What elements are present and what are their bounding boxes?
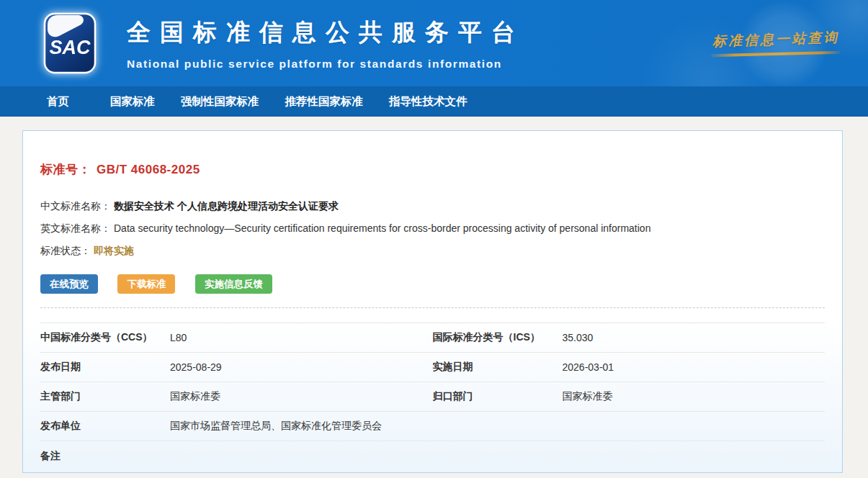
site-header: SAC 全国标准信息公共服务平台 National public service… bbox=[0, 0, 868, 86]
table-row-dates: 发布日期 2025-08-29 实施日期 2026-03-01 bbox=[40, 353, 825, 382]
dashed-divider bbox=[40, 307, 825, 308]
standard-name-fields: 中文标准名称：数据安全技术 个人信息跨境处理活动安全认证要求 英文标准名称：Da… bbox=[40, 199, 825, 258]
site-title-block: 全国标准信息公共服务平台 National public service pla… bbox=[127, 17, 524, 71]
implement-date-label: 实施日期 bbox=[433, 361, 563, 374]
ccs-cell: 中国标准分类号（CCS） L80 bbox=[40, 331, 433, 344]
table-row-classification: 中国标准分类号（CCS） L80 国际标准分类号（ICS） 35.030 bbox=[40, 323, 825, 353]
implement-date-value: 2026-03-01 bbox=[563, 361, 614, 373]
download-standard-button[interactable]: 下载标准 bbox=[117, 274, 175, 294]
status-row: 标准状态：即将实施 bbox=[40, 244, 825, 258]
english-name-label: 英文标准名称： bbox=[40, 222, 111, 234]
ccs-label: 中国标准分类号（CCS） bbox=[40, 331, 170, 344]
english-name-row: 英文标准名称：Data security technology—Security… bbox=[40, 222, 825, 235]
status-label: 标准状态： bbox=[40, 245, 91, 256]
competent-dept-label: 主管部门 bbox=[40, 390, 170, 403]
standard-number-value: GB/T 46068-2025 bbox=[97, 163, 200, 176]
competent-dept-cell: 主管部门 国家标准委 bbox=[40, 390, 433, 403]
table-row-departments: 主管部门 国家标准委 归口部门 国家标准委 bbox=[40, 382, 825, 412]
publisher-value: 国家市场监督管理总局、国家标准化管理委员会 bbox=[170, 420, 382, 433]
header-slogan: 标准信息一站查询 bbox=[711, 30, 841, 55]
main-nav: 首页 国家标准 强制性国家标准 推荐性国家标准 指导性技术文件 bbox=[0, 86, 868, 117]
ics-cell: 国际标准分类号（ICS） 35.030 bbox=[433, 331, 826, 344]
action-buttons: 在线预览 下载标准 实施信息反馈 bbox=[40, 274, 825, 294]
nav-item-national-standards[interactable]: 国家标准 bbox=[110, 94, 155, 109]
competent-dept-value: 国家标准委 bbox=[170, 390, 220, 403]
status-badge: 即将实施 bbox=[94, 245, 134, 256]
implementation-feedback-button[interactable]: 实施信息反馈 bbox=[195, 274, 272, 294]
site-title: 全国标准信息公共服务平台 bbox=[127, 17, 524, 49]
sac-logo-icon: SAC bbox=[43, 12, 97, 74]
nav-item-recommended-national-standards[interactable]: 推荐性国家标准 bbox=[285, 94, 364, 109]
nav-item-guiding-technical-documents[interactable]: 指导性技术文件 bbox=[389, 94, 467, 109]
standard-number-line: 标准号：GB/T 46068-2025 bbox=[40, 161, 825, 178]
implement-date-cell: 实施日期 2026-03-01 bbox=[433, 361, 826, 374]
publish-date-cell: 发布日期 2025-08-29 bbox=[40, 361, 433, 374]
table-row-remarks: 备注 bbox=[40, 441, 825, 471]
main-content: 标准号：GB/T 46068-2025 中文标准名称：数据安全技术 个人信息跨境… bbox=[0, 117, 868, 473]
ics-value: 35.030 bbox=[563, 332, 594, 343]
chinese-name-label: 中文标准名称： bbox=[40, 200, 111, 212]
standard-detail-card: 标准号：GB/T 46068-2025 中文标准名称：数据安全技术 个人信息跨境… bbox=[22, 130, 843, 473]
remarks-cell: 备注 bbox=[40, 450, 825, 463]
table-row-publisher: 发布单位 国家市场监督管理总局、国家标准化管理委员会 bbox=[40, 412, 825, 441]
centralized-dept-value: 国家标准委 bbox=[563, 390, 613, 403]
site-subtitle: National public service platform for sta… bbox=[127, 58, 524, 71]
chinese-name-row: 中文标准名称：数据安全技术 个人信息跨境处理活动安全认证要求 bbox=[40, 199, 825, 213]
ics-label: 国际标准分类号（ICS） bbox=[433, 331, 563, 344]
publisher-cell: 发布单位 国家市场监督管理总局、国家标准化管理委员会 bbox=[40, 420, 825, 433]
publisher-label: 发布单位 bbox=[40, 420, 170, 433]
chinese-name-value: 数据安全技术 个人信息跨境处理活动安全认证要求 bbox=[114, 200, 339, 212]
ccs-value: L80 bbox=[170, 332, 187, 343]
standard-info-table: 中国标准分类号（CCS） L80 国际标准分类号（ICS） 35.030 发布日… bbox=[40, 323, 825, 471]
standard-number-label: 标准号： bbox=[40, 163, 91, 176]
centralized-dept-cell: 归口部门 国家标准委 bbox=[433, 390, 826, 403]
publish-date-label: 发布日期 bbox=[40, 361, 170, 374]
centralized-dept-label: 归口部门 bbox=[433, 390, 563, 403]
svg-text:SAC: SAC bbox=[49, 37, 91, 58]
remarks-label: 备注 bbox=[40, 450, 170, 463]
slogan-underline-stroke bbox=[711, 51, 841, 58]
sac-logo[interactable]: SAC bbox=[43, 11, 97, 76]
publish-date-value: 2025-08-29 bbox=[170, 361, 222, 373]
online-preview-button[interactable]: 在线预览 bbox=[40, 274, 98, 294]
nav-item-home[interactable]: 首页 bbox=[47, 94, 69, 109]
english-name-value: Data security technology—Security certif… bbox=[114, 222, 650, 234]
header-slogan-text: 标准信息一站查询 bbox=[711, 28, 841, 51]
nav-item-mandatory-national-standards[interactable]: 强制性国家标准 bbox=[181, 94, 259, 109]
